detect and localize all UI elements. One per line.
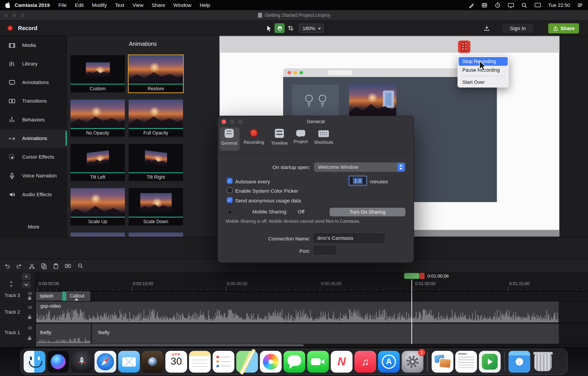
animation-tile-full-opacity[interactable]: Full Opacity: [128, 100, 183, 137]
monitor-icon[interactable]: [534, 2, 541, 8]
sign-in-button[interactable]: Sign In: [503, 24, 533, 33]
animation-tile-scale-down[interactable]: Scale Down: [128, 188, 183, 225]
cut-button[interactable]: [29, 263, 35, 269]
tab-recording[interactable]: Recording: [243, 129, 264, 145]
keyframe-marker-icon[interactable]: [75, 298, 78, 300]
undo-button[interactable]: [4, 263, 10, 269]
menu-view[interactable]: View: [133, 2, 143, 8]
arrow-tool-button[interactable]: [263, 23, 274, 33]
animation-tile-partial[interactable]: [71, 232, 125, 237]
clip-transition-handle[interactable]: [62, 291, 66, 301]
dock-app-store[interactable]: A: [378, 351, 399, 373]
dock-music[interactable]: ♫: [354, 351, 376, 373]
crop-tool-button[interactable]: [285, 23, 295, 33]
zoom-level-select[interactable]: 180%: [299, 24, 324, 33]
dock-maps[interactable]: [236, 351, 258, 373]
sidebar-item-voice-narration[interactable]: Voice Narration: [0, 166, 67, 185]
menu-edit[interactable]: Edit: [75, 2, 84, 8]
spotlight-search-icon[interactable]: [521, 2, 527, 8]
timeline-clip-gsp-video[interactable]: gsp-video: [36, 301, 559, 323]
window-minimize-button[interactable]: [12, 13, 16, 17]
turn-on-sharing-button[interactable]: Turn On Sharing: [330, 208, 405, 216]
sidebar-item-transitions[interactable]: Transitions: [0, 92, 67, 110]
dock-mail[interactable]: [118, 351, 140, 373]
timeline-horizontal-scrollbar[interactable]: [36, 344, 588, 346]
playhead-in-handle[interactable]: [404, 273, 420, 279]
dock-trash[interactable]: [532, 351, 554, 373]
display-icon[interactable]: [508, 2, 514, 8]
dock-launchpad[interactable]: [71, 351, 93, 373]
autosave-minutes-field[interactable]: 1.0: [349, 176, 367, 185]
window-zoom-button[interactable]: [20, 13, 25, 17]
paste-button[interactable]: [52, 263, 59, 269]
animation-tile-partial[interactable]: [128, 232, 183, 237]
autosave-checkbox[interactable]: [227, 178, 232, 184]
usage-data-checkbox[interactable]: [227, 197, 232, 203]
dock-preview[interactable]: [431, 351, 453, 373]
timeline-clip-firefly-2[interactable]: firefly: [91, 323, 559, 344]
animation-tile-custom[interactable]: Custom: [71, 55, 125, 92]
tab-general[interactable]: General: [219, 129, 240, 146]
menu-bar-clock[interactable]: Tue 22:50: [548, 2, 570, 8]
track-height-icon[interactable]: [9, 281, 13, 287]
sidebar-item-media[interactable]: Media: [0, 36, 67, 55]
menu-modify[interactable]: Modify: [92, 2, 107, 8]
menu-item-start-over[interactable]: Start Over: [459, 78, 508, 87]
sidebar-more-button[interactable]: More: [28, 224, 39, 229]
color-picker-checkbox[interactable]: [227, 187, 232, 193]
dock-calendar[interactable]: APR30: [166, 351, 187, 373]
dock-system-preferences[interactable]: 1: [402, 351, 423, 373]
track-lock-icon[interactable]: [28, 296, 32, 300]
menu-file[interactable]: File: [59, 2, 67, 8]
tab-timeline[interactable]: Timeline: [269, 129, 290, 146]
sidebar-item-annotations[interactable]: Annotations: [0, 73, 67, 92]
sidebar-item-cursor-effects[interactable]: Cursor Effects: [0, 147, 67, 166]
track-visibility-icon[interactable]: [28, 292, 32, 295]
dock-photo-booth[interactable]: [142, 351, 163, 373]
timeline-clip-splash[interactable]: splash: [36, 291, 63, 301]
animation-tile-tilt-right[interactable]: Tilt Right: [128, 144, 183, 181]
pen-icon[interactable]: [468, 2, 474, 8]
dock-textedit[interactable]: [455, 351, 477, 373]
dock-siri[interactable]: [47, 351, 69, 373]
animation-tile-tilt-left[interactable]: Tilt Left: [71, 144, 125, 181]
copy-button[interactable]: [41, 263, 47, 269]
animation-tile-scale-up[interactable]: Scale Up: [71, 188, 125, 225]
track-lock-icon[interactable]: [28, 315, 32, 319]
export-download-icon[interactable]: [482, 23, 492, 33]
timeline-ruler[interactable]: 0:00:00;00 0:00:15;00 0:00:30;00 0:00:45…: [36, 280, 588, 291]
dock-safari[interactable]: [94, 351, 116, 373]
dock-messages[interactable]: [284, 351, 305, 373]
notification-center-icon[interactable]: [577, 2, 583, 8]
sidebar-item-animations[interactable]: Animations: [0, 129, 67, 147]
collapse-tracks-button[interactable]: [22, 281, 31, 288]
animation-tile-no-opacity[interactable]: No Opacity: [71, 100, 125, 137]
redo-button[interactable]: [16, 263, 22, 269]
menu-app-name[interactable]: Camtasia 2019: [15, 2, 50, 8]
track-visibility-icon[interactable]: [28, 306, 32, 309]
tab-project[interactable]: Project: [290, 129, 311, 144]
scrollbar-thumb[interactable]: [36, 344, 304, 346]
animation-tile-restore[interactable]: Restore: [128, 55, 183, 92]
dock-finder[interactable]: [24, 351, 45, 373]
connection-name-field[interactable]: dmx's Camtasia: [314, 233, 384, 243]
menu-window[interactable]: Window: [173, 2, 191, 8]
sidebar-item-behaviors[interactable]: Behaviors: [0, 110, 67, 129]
menu-help[interactable]: Help: [200, 2, 210, 8]
menu-text[interactable]: Text: [115, 2, 124, 8]
dock-news[interactable]: N: [331, 351, 352, 373]
recorder-indicator-icon[interactable]: [458, 41, 470, 52]
startup-open-select[interactable]: Welcome Window: [314, 162, 405, 172]
share-button[interactable]: Share: [548, 23, 579, 33]
dock-reminders[interactable]: [213, 351, 234, 373]
split-button[interactable]: [64, 263, 71, 269]
record-button-label[interactable]: Record: [18, 25, 37, 31]
menu-share[interactable]: Share: [152, 2, 165, 8]
tab-shortcuts[interactable]: Shortcuts: [313, 129, 334, 145]
timeline-clip-firefly-1[interactable]: firefly: [36, 323, 91, 344]
dock-photos[interactable]: [260, 351, 282, 373]
window-close-button[interactable]: [4, 13, 8, 17]
hand-tool-button[interactable]: [274, 23, 285, 33]
dock-camtasia[interactable]: [479, 351, 500, 373]
grid-icon[interactable]: [482, 2, 487, 8]
